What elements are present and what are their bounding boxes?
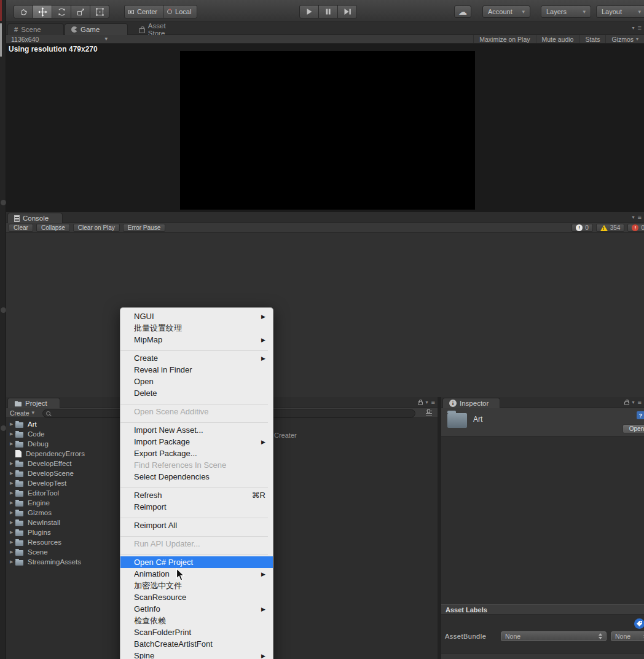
create-dropdown[interactable]: Create ▾ — [10, 409, 34, 417]
rotation-toggle-button[interactable]: Local — [163, 5, 197, 18]
inspector-panel-menu[interactable]: ▾ ≡ — [624, 398, 641, 406]
context-menu-item[interactable]: ▶ — [120, 513, 273, 519]
rotate-tool-button[interactable] — [52, 5, 71, 18]
console-toolbar-button[interactable]: Error Pause — [123, 224, 165, 232]
layers-dropdown[interactable]: Layers ▾ — [541, 6, 591, 18]
tab-scene[interactable]: # Scene — [7, 23, 64, 35]
game-toolbar-button[interactable]: Mute audio — [536, 35, 579, 43]
tab-console[interactable]: Console — [7, 213, 63, 223]
context-menu-item[interactable]: ▶ — [120, 399, 273, 406]
disclosure-triangle-icon[interactable]: ▶ — [10, 491, 15, 495]
asset-label-tag-icon[interactable] — [634, 618, 644, 629]
context-menu-item[interactable]: 检查依赖 ▶ — [120, 615, 273, 626]
disclosure-triangle-icon[interactable]: ▶ — [10, 432, 15, 436]
main-toolbar: Center Local ☁ Account ▾ La — [6, 0, 644, 22]
item-icon — [15, 540, 23, 546]
assetbundle-popup[interactable]: None — [501, 631, 607, 641]
aspect-ratio-dropdown[interactable]: 1136x640 ▾ — [6, 36, 108, 43]
disclosure-triangle-icon[interactable]: ▶ — [10, 559, 15, 564]
disclosure-triangle-icon[interactable]: ▶ — [10, 471, 15, 476]
context-menu-item[interactable]: ScanFolderPrint ▶ — [120, 626, 273, 638]
menu-item-label: NGUI — [134, 312, 251, 321]
game-toolbar-button[interactable]: Maximize on Play — [473, 35, 535, 43]
caret-down-icon: ▾ — [104, 36, 108, 42]
game-toolbar-button[interactable]: Gizmos — [605, 35, 644, 43]
context-menu-item[interactable]: Spine ▶ — [120, 650, 273, 659]
hand-tool-button[interactable] — [14, 5, 33, 18]
context-menu-item[interactable]: NGUI ▶ — [120, 310, 273, 322]
pivot-toggle-button[interactable]: Center — [124, 5, 163, 18]
project-right-pane-item[interactable]: Creater — [274, 432, 297, 439]
context-menu-item[interactable]: Delete ▶ — [120, 387, 273, 399]
scale-tool-button[interactable] — [71, 5, 90, 18]
context-menu-item[interactable]: Reimport ▶ — [120, 501, 273, 513]
context-menu-item[interactable]: ▶ — [120, 345, 273, 352]
asset-labels-header[interactable]: Asset Labels — [441, 604, 644, 615]
context-menu-item[interactable]: ▶ — [120, 483, 273, 489]
warning-count: 354 — [610, 224, 621, 231]
context-menu-item[interactable]: Import New Asset... ▶ — [120, 424, 273, 436]
context-menu-item[interactable]: Reveal in Finder ▶ — [120, 364, 273, 376]
disclosure-triangle-icon[interactable]: ▶ — [10, 530, 15, 535]
disclosure-triangle-icon[interactable]: ▶ — [10, 510, 15, 515]
context-menu-item[interactable]: Open ▶ — [120, 376, 273, 387]
tab-game[interactable]: Game — [65, 23, 128, 35]
column-layout-slider-icon[interactable] — [425, 409, 434, 417]
help-icon[interactable]: ? — [637, 411, 644, 419]
error-count-toggle[interactable]: ! 0 — [627, 224, 644, 232]
move-tool-button[interactable] — [33, 5, 52, 18]
context-menu-item[interactable]: Export Package... ▶ — [120, 448, 273, 459]
context-menu-item[interactable]: Open Scene Additive ▶ — [120, 406, 273, 417]
context-menu-item[interactable]: BatchCreateArtistFont ▶ — [120, 638, 273, 650]
rect-tool-button[interactable] — [90, 5, 109, 18]
log-count-toggle[interactable]: ! 0 — [571, 224, 593, 232]
context-menu-item[interactable]: Animation ▶ — [120, 568, 273, 580]
warning-count-toggle[interactable]: 354 — [596, 224, 625, 232]
context-menu-item[interactable]: Refresh ⌘R ▶ — [120, 489, 273, 501]
disclosure-triangle-icon[interactable]: ▶ — [10, 441, 15, 446]
account-dropdown[interactable]: Account ▾ — [482, 6, 530, 18]
console-toolbar-button[interactable]: Collapse — [36, 224, 70, 232]
context-menu-item[interactable]: Select Dependencies ▶ — [120, 471, 273, 483]
context-menu-item[interactable]: Open C# Project ▶ — [120, 556, 273, 568]
console-panel-menu[interactable]: ▾ ≡ — [632, 213, 641, 221]
disclosure-triangle-icon[interactable]: ▶ — [10, 481, 15, 486]
context-menu-item[interactable]: Import Package ▶ — [120, 436, 273, 448]
disclosure-triangle-icon[interactable]: ▶ — [10, 550, 15, 554]
preview-pane-divider[interactable] — [441, 653, 644, 659]
tab-project-label: Project — [25, 400, 47, 407]
disclosure-triangle-icon[interactable]: ▶ — [10, 461, 15, 466]
tab-asset-store[interactable]: Asset Store — [132, 23, 190, 35]
console-toolbar-button[interactable]: Clear on Play — [73, 224, 120, 232]
game-toolbar-button[interactable]: Stats — [579, 35, 605, 43]
layout-dropdown[interactable]: Layout ▾ — [596, 6, 644, 18]
context-menu-item[interactable]: 批量设置纹理 ▶ — [120, 322, 273, 334]
assetbundle-label: AssetBundle — [445, 633, 486, 640]
disclosure-triangle-icon[interactable]: ▶ — [10, 500, 15, 505]
cloud-services-button[interactable]: ☁ — [454, 6, 471, 18]
context-menu-item[interactable]: 加密选中文件 ▶ — [120, 580, 273, 591]
step-button[interactable] — [337, 5, 357, 18]
context-menu-item[interactable]: ▶ — [120, 531, 273, 538]
disclosure-triangle-icon[interactable]: ▶ — [10, 540, 15, 545]
context-menu-item[interactable]: Create ▶ — [120, 352, 273, 364]
context-menu-item[interactable]: GetInfo ▶ — [120, 603, 273, 615]
tab-project[interactable]: Project — [7, 398, 60, 408]
disclosure-triangle-icon[interactable]: ▶ — [10, 422, 15, 427]
tab-inspector[interactable]: i Inspector — [442, 398, 500, 408]
context-menu-item[interactable]: Run API Updater... ▶ — [120, 538, 273, 550]
play-button[interactable] — [299, 5, 319, 18]
context-menu-item[interactable]: MipMap ▶ — [120, 334, 273, 345]
context-menu-item[interactable]: ▶ — [120, 550, 273, 556]
context-menu-item[interactable]: ▶ — [120, 417, 273, 424]
game-panel-menu[interactable]: ▾ ≡ — [632, 24, 641, 31]
console-toolbar-button[interactable]: Clear — [9, 224, 33, 232]
assetbundle-variant-popup[interactable]: None — [611, 631, 644, 641]
open-asset-button[interactable]: Open — [622, 424, 644, 433]
context-menu-item[interactable]: ScanResource ▶ — [120, 591, 273, 603]
pause-button[interactable] — [318, 5, 338, 18]
context-menu-item[interactable]: Reimport All ▶ — [120, 519, 273, 531]
project-panel-menu[interactable]: ▾ ≡ — [418, 398, 434, 406]
context-menu-item[interactable]: Find References In Scene ▶ — [120, 459, 273, 471]
disclosure-triangle-icon[interactable]: ▶ — [10, 520, 15, 525]
